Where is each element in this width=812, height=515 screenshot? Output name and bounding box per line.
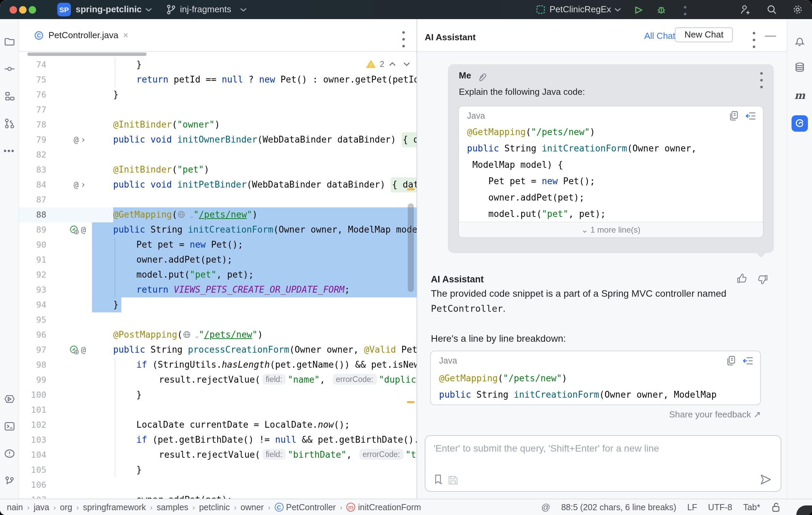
- breadcrumb-item[interactable]: springframework: [83, 502, 146, 512]
- copy-icon[interactable]: [729, 111, 738, 121]
- git-tool-icon[interactable]: [4, 475, 15, 486]
- window-zoom-button[interactable]: [29, 6, 36, 13]
- editor-line[interactable]: 89@public String initCreationForm(Owner …: [19, 222, 417, 237]
- tab-petcontroller[interactable]: C PetController.java ×: [19, 19, 138, 51]
- file-encoding[interactable]: UTF-8: [708, 502, 732, 512]
- editor-line[interactable]: 107owner.addPet(pet);: [19, 492, 417, 499]
- editor-line[interactable]: 79@›public void initOwnerBinder(WebDataB…: [19, 132, 417, 147]
- editor-line[interactable]: 104result.rejectValue(field:"birthDate",…: [19, 447, 417, 462]
- hide-panel-button[interactable]: —: [765, 29, 776, 42]
- editor-line[interactable]: 94}: [19, 297, 417, 312]
- chat-input[interactable]: [425, 436, 781, 471]
- run-config-name[interactable]: PetClinicRegEx: [550, 0, 611, 19]
- git-branch-icon[interactable]: [166, 4, 177, 15]
- services-tool-icon[interactable]: [3, 394, 15, 404]
- insert-at-caret-icon[interactable]: [742, 356, 753, 365]
- code-editor[interactable]: 74}75return petId == null ? new Pet() : …: [19, 52, 417, 499]
- search-icon[interactable]: [766, 4, 777, 15]
- editor-line[interactable]: 97@public String processCreationForm(Own…: [19, 342, 417, 357]
- thumbs-down-icon[interactable]: [757, 274, 768, 285]
- navigate-gutter-icon[interactable]: ›: [80, 132, 86, 147]
- editor-line[interactable]: 78@InitBinder("owner"): [19, 117, 417, 132]
- annotation-gutter-icon[interactable]: @: [74, 132, 78, 147]
- chat-input-box[interactable]: [425, 435, 781, 492]
- expand-more-lines[interactable]: ⌄ 1 more line(s): [459, 222, 763, 237]
- editor-line[interactable]: 90Pet pet = new Pet();: [19, 237, 417, 252]
- annotation-gutter-icon[interactable]: @: [81, 222, 86, 237]
- editor-line[interactable]: 88@GetMapping( ⌄"/pets/new"): [19, 207, 417, 222]
- unlock-icon[interactable]: [771, 502, 781, 512]
- editor-line[interactable]: 102LocalDate currentDate = LocalDate.now…: [19, 417, 417, 432]
- breadcrumb-item[interactable]: minitCreationForm: [346, 502, 421, 512]
- editor-line[interactable]: 100}: [19, 387, 417, 402]
- indent-style[interactable]: Tab*: [743, 502, 760, 512]
- share-feedback-link[interactable]: Share your feedback ↗: [430, 409, 761, 420]
- breadcrumb-item[interactable]: samples: [156, 502, 188, 512]
- editor-options-button[interactable]: •••: [400, 29, 408, 49]
- debug-button[interactable]: [656, 4, 667, 15]
- window-close-button[interactable]: [10, 6, 17, 13]
- editor-line[interactable]: 106: [19, 477, 417, 492]
- breadcrumb-item[interactable]: java: [34, 502, 49, 512]
- editor-line[interactable]: 84@›public void initPetBinder(WebDataBin…: [19, 177, 417, 192]
- copy-icon[interactable]: [726, 355, 736, 366]
- run-button[interactable]: [633, 5, 643, 14]
- editor-line[interactable]: 92model.put("pet", pet);: [19, 267, 417, 282]
- editor-line[interactable]: 99result.rejectValue(field:"name", error…: [19, 372, 417, 387]
- editor-line[interactable]: 105}: [19, 462, 417, 477]
- editor-line[interactable]: 83@InitBinder("pet"): [19, 162, 417, 177]
- annotation-gutter-icon[interactable]: @: [81, 342, 86, 357]
- all-chats-link[interactable]: All Chats: [644, 31, 680, 41]
- maven-tool-icon[interactable]: m: [794, 89, 805, 102]
- editor-line[interactable]: 75return petId == null ? new Pet() : own…: [19, 72, 417, 87]
- folded-region[interactable]: { d: [401, 132, 417, 147]
- editor-line[interactable]: 98if (StringUtils.hasLength(pet.getName(…: [19, 357, 417, 372]
- editor-horizontal-scrollbar[interactable]: [27, 53, 147, 56]
- more-tools-icon[interactable]: •••: [3, 146, 15, 156]
- prompt-library-icon[interactable]: [434, 474, 444, 485]
- editor-line[interactable]: 95: [19, 312, 417, 327]
- breadcrumb-item[interactable]: owner: [241, 502, 264, 512]
- globe-icon[interactable]: [177, 210, 186, 219]
- send-icon[interactable]: [760, 473, 772, 486]
- breadcrumb-item[interactable]: org: [60, 502, 72, 512]
- attachment-paperclip-icon[interactable]: [477, 72, 487, 81]
- settings-gear-icon[interactable]: [792, 4, 803, 15]
- breadcrumb-item[interactable]: petclinic: [199, 502, 230, 512]
- editor-line[interactable]: 93return VIEWS_PETS_CREATE_OR_UPDATE_FOR…: [19, 282, 417, 297]
- pull-requests-tool-icon[interactable]: [3, 118, 15, 129]
- database-tool-icon[interactable]: [794, 62, 805, 73]
- annotation-gutter-icon[interactable]: @: [74, 177, 78, 192]
- editor-line[interactable]: 76}: [19, 87, 417, 102]
- inspections-widget[interactable]: ! 2: [363, 59, 413, 70]
- editor-line[interactable]: 74}: [19, 57, 417, 72]
- editor-line[interactable]: 101: [19, 402, 417, 417]
- message-options-button[interactable]: •••: [757, 70, 766, 90]
- project-name[interactable]: spring-petclinic: [76, 0, 142, 19]
- caret-position[interactable]: 88:5 (202 chars, 6 line breaks): [561, 502, 676, 512]
- globe-icon[interactable]: [183, 330, 192, 339]
- spring-mapping-gutter-icon[interactable]: [70, 225, 79, 235]
- editor-line[interactable]: 96@PostMapping( ⌄"/pets/new"): [19, 327, 417, 342]
- ai-options-button[interactable]: •••: [750, 29, 758, 50]
- editor-line[interactable]: 77: [19, 102, 417, 117]
- structure-tool-icon[interactable]: [4, 91, 15, 102]
- editor-line[interactable]: 103if (pet.getBirthDate() != null && pet…: [19, 432, 417, 447]
- project-tool-icon[interactable]: [4, 36, 15, 47]
- navigate-gutter-icon[interactable]: ›: [80, 177, 86, 192]
- editor-line[interactable]: 91owner.addPet(pet);: [19, 252, 417, 267]
- problems-tool-icon[interactable]: [4, 448, 15, 459]
- new-chat-button[interactable]: New Chat: [675, 27, 733, 42]
- line-separator[interactable]: LF: [687, 502, 697, 512]
- commit-tool-icon[interactable]: [4, 63, 15, 74]
- editor-scrollbar-thumb[interactable]: [408, 203, 414, 292]
- thumbs-up-icon[interactable]: [736, 273, 748, 284]
- branch-name[interactable]: inj-fragments: [180, 0, 231, 19]
- inspections-status-icon[interactable]: @: [541, 502, 550, 512]
- save-icon[interactable]: [448, 475, 458, 485]
- editor-line[interactable]: 82: [19, 147, 417, 162]
- tab-close-icon[interactable]: ×: [123, 30, 128, 40]
- notifications-bell-icon[interactable]: [794, 36, 806, 47]
- editor-line[interactable]: 87: [19, 192, 417, 207]
- ai-assistant-tool-icon[interactable]: [792, 115, 808, 132]
